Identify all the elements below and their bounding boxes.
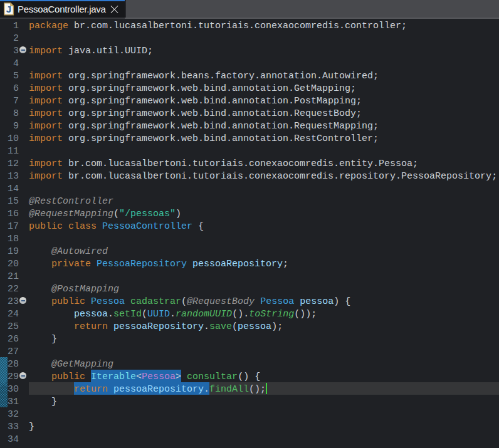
svg-text:J: J: [6, 4, 11, 14]
